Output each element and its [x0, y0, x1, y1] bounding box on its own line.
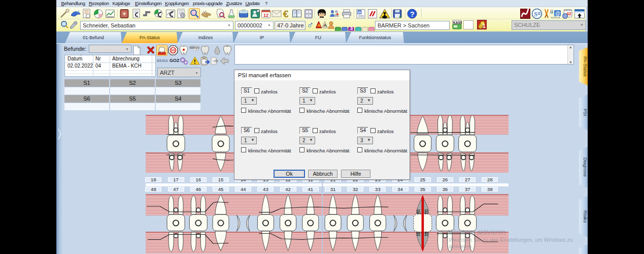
- svg-text:12: 12: [263, 13, 268, 18]
- svg-text:W: W: [358, 11, 361, 14]
- svg-text:€: €: [283, 9, 288, 19]
- svg-text:1: 1: [483, 23, 486, 29]
- svg-text:?: ?: [410, 10, 415, 18]
- svg-text:KASSE: KASSE: [453, 21, 462, 24]
- svg-text:A: A: [323, 23, 327, 28]
- svg-text:ii: ii: [550, 9, 553, 15]
- svg-text:A: A: [317, 23, 321, 28]
- svg-text:S: S: [534, 11, 538, 18]
- svg-text:systema: systema: [551, 16, 560, 19]
